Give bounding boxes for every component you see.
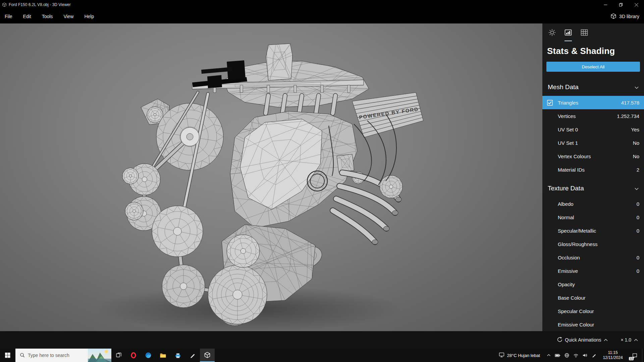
printer-app-icon[interactable] [170, 349, 185, 362]
show-desktop-button[interactable] [642, 349, 644, 362]
weather-text: 28°C Hujan lebat [507, 353, 540, 358]
stat-value: No [633, 140, 639, 146]
weather-widget[interactable]: 28°C Hujan lebat [495, 349, 544, 362]
stat-value: 1.252.734 [617, 113, 639, 119]
animation-bar: Quick Animations × 1.0 [0, 331, 644, 349]
chevron-down-icon [635, 83, 639, 91]
stat-value: No [633, 154, 639, 159]
panel-tabs [542, 23, 644, 41]
stat-row-occlusion[interactable]: Occlusion 0 [542, 251, 644, 264]
file-explorer-icon[interactable] [156, 349, 170, 362]
notification-badge: 22 [629, 357, 634, 360]
menu-bar: File Edit Tools View Help 3D library [0, 9, 644, 23]
title-bar: Ford F150 6.2L V8.obj - 3D Viewer [0, 0, 644, 9]
texture-data-section-header[interactable]: Texture Data [542, 180, 644, 197]
panel-title: Stats & Shading [547, 46, 639, 56]
stat-row-emissive-colour[interactable]: Emissive Colour [542, 318, 644, 331]
brightness-icon[interactable] [548, 29, 556, 41]
stat-row-uv-set-1[interactable]: UV Set 1 No [542, 136, 644, 149]
stat-label: Emissive [558, 268, 637, 274]
stat-row-emissive[interactable]: Emissive 0 [542, 264, 644, 278]
stat-row-material-ids[interactable]: Material IDs 2 [542, 163, 644, 176]
opera-icon[interactable] [126, 349, 141, 362]
network-icon[interactable] [562, 349, 571, 362]
stat-label: Vertices [558, 113, 617, 119]
taskbar-clock[interactable]: 11:15 12/11/2024 [598, 349, 627, 362]
stat-row-albedo[interactable]: Albedo 0 [542, 197, 644, 210]
stat-value: 0 [637, 201, 639, 207]
stat-row-specular-colour[interactable]: Specular Colour [542, 304, 644, 318]
app-cube-icon [0, 2, 9, 7]
pen-app-icon[interactable] [185, 349, 200, 362]
stat-row-opacity[interactable]: Opacity [542, 278, 644, 291]
edge-icon[interactable] [141, 349, 156, 362]
menu-edit[interactable]: Edit [18, 9, 37, 23]
wifi-icon[interactable] [571, 349, 580, 362]
search-input[interactable] [28, 353, 71, 358]
taskbar: 28°C Hujan lebat 11:15 12/11/2024 22 [0, 349, 644, 362]
window-title: Ford F150 6.2L V8.obj - 3D Viewer [9, 2, 71, 7]
stat-value: 0 [637, 268, 639, 274]
stat-label: Gloss/Roughness [558, 241, 639, 247]
menu-tools[interactable]: Tools [37, 9, 58, 23]
battery-icon[interactable] [553, 349, 562, 362]
stat-row-specular-metallic[interactable]: Specular/Metallic 0 [542, 224, 644, 237]
action-center-icon[interactable]: 22 [627, 349, 642, 362]
restore-button[interactable] [613, 0, 629, 9]
taskbar-search[interactable] [15, 349, 111, 362]
menu-view[interactable]: View [58, 9, 79, 23]
viewport-3d[interactable]: POWERED BY FORD [0, 23, 542, 331]
quick-animations-icon [556, 337, 562, 343]
quick-animations-label: Quick Animations [565, 337, 601, 343]
stat-label: Triangles [558, 100, 621, 106]
engine-wireframe-model: POWERED BY FORD [0, 23, 542, 331]
stat-label: Base Colour [558, 295, 639, 301]
chevron-down-icon [635, 185, 639, 192]
task-view-icon[interactable] [111, 349, 126, 362]
stat-label: Vertex Colours [558, 154, 633, 159]
multiplier-label: × 1.0 [621, 337, 631, 343]
chevron-up-icon [604, 337, 608, 343]
start-button[interactable] [0, 349, 15, 362]
playback-speed-control[interactable]: × 1.0 [621, 337, 638, 343]
stats-panel: Stats & Shading Deselect All Mesh Data T… [542, 23, 644, 331]
system-tray: 28°C Hujan lebat 11:15 12/11/2024 22 [495, 349, 644, 362]
3d-viewer-app-icon[interactable] [200, 349, 215, 362]
stat-label: Emissive Colour [558, 322, 639, 327]
library-label: 3D library [619, 14, 639, 19]
stats-icon[interactable] [565, 29, 572, 41]
texture-data-title: Texture Data [548, 185, 584, 192]
close-button[interactable] [629, 0, 644, 9]
clock-date: 12/11/2024 [603, 355, 623, 360]
menu-file[interactable]: File [0, 9, 18, 23]
menu-help[interactable]: Help [79, 9, 99, 23]
stat-label: UV Set 0 [558, 127, 631, 132]
minimize-button[interactable] [598, 0, 613, 9]
pen-icon[interactable] [589, 349, 598, 362]
library-cube-icon [610, 13, 616, 20]
stat-row-vertices[interactable]: Vertices 1.252.734 [542, 109, 644, 123]
3d-library-button[interactable]: 3D library [610, 13, 639, 20]
stat-row-normal[interactable]: Normal 0 [542, 210, 644, 224]
stat-label: Specular Colour [558, 308, 639, 314]
stat-row-vertex-colours[interactable]: Vertex Colours No [542, 149, 644, 163]
volume-icon[interactable] [580, 349, 589, 362]
stat-label: UV Set 1 [558, 140, 633, 146]
stat-row-gloss-roughness[interactable]: Gloss/Roughness [542, 237, 644, 251]
checkbox-checked-icon[interactable] [547, 100, 558, 106]
clock-time: 11:15 [608, 350, 618, 355]
stat-row-base-colour[interactable]: Base Colour [542, 291, 644, 304]
deselect-all-button[interactable]: Deselect All [546, 62, 640, 72]
grid-icon[interactable] [581, 29, 588, 41]
stat-label: Normal [558, 215, 637, 220]
stat-row-triangles[interactable]: Triangles 417.578 [542, 96, 644, 109]
tray-expand-icon[interactable] [544, 349, 553, 362]
search-highlights-image[interactable] [88, 349, 111, 362]
monitor-icon [499, 352, 504, 359]
stat-value: 0 [637, 228, 639, 234]
mesh-data-section-header[interactable]: Mesh Data [542, 78, 644, 96]
quick-animations-control[interactable]: Quick Animations [556, 337, 608, 343]
stat-row-uv-set-0[interactable]: UV Set 0 Yes [542, 123, 644, 136]
chevron-up-icon [634, 337, 638, 343]
stat-label: Material IDs [558, 167, 637, 173]
